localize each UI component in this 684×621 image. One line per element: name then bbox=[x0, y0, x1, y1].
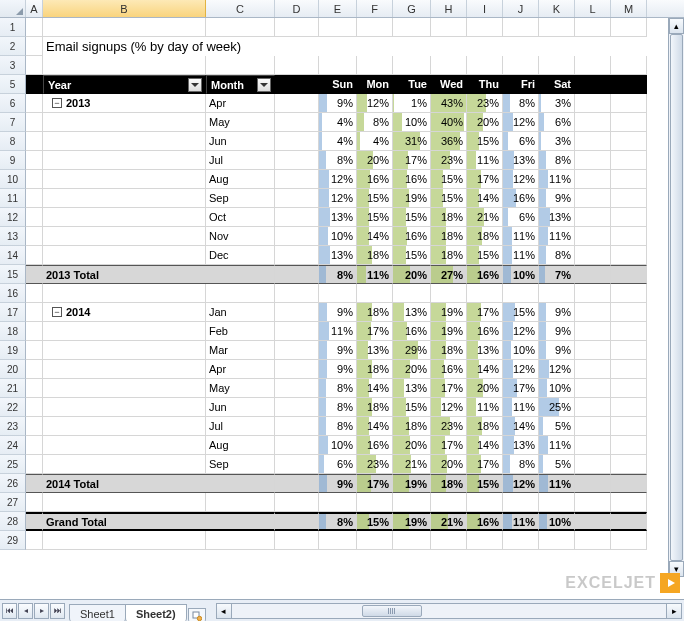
year-cell[interactable] bbox=[43, 132, 206, 151]
data-cell[interactable]: 12% bbox=[319, 170, 357, 189]
cell[interactable] bbox=[467, 56, 503, 75]
month-cell[interactable]: Aug bbox=[206, 170, 275, 189]
cell[interactable] bbox=[275, 512, 319, 531]
month-cell[interactable]: Jul bbox=[206, 151, 275, 170]
data-cell[interactable]: 15% bbox=[357, 208, 393, 227]
cell[interactable] bbox=[611, 151, 647, 170]
cell[interactable] bbox=[611, 208, 647, 227]
year-cell[interactable] bbox=[43, 398, 206, 417]
cell[interactable] bbox=[393, 531, 431, 550]
data-cell[interactable]: 12% bbox=[503, 360, 539, 379]
data-cell[interactable]: 18% bbox=[357, 360, 393, 379]
data-cell[interactable]: 3% bbox=[539, 132, 575, 151]
data-cell[interactable]: 17% bbox=[467, 303, 503, 322]
cell[interactable] bbox=[575, 436, 611, 455]
cell[interactable] bbox=[26, 512, 43, 531]
cell[interactable] bbox=[275, 132, 319, 151]
data-cell[interactable]: 17% bbox=[467, 455, 503, 474]
cell[interactable] bbox=[275, 151, 319, 170]
month-cell[interactable]: May bbox=[206, 379, 275, 398]
data-cell[interactable]: 20% bbox=[467, 113, 503, 132]
cell[interactable] bbox=[575, 455, 611, 474]
cell[interactable] bbox=[431, 18, 467, 37]
cell[interactable] bbox=[26, 170, 43, 189]
year-cell[interactable] bbox=[43, 151, 206, 170]
vscroll-track[interactable] bbox=[669, 34, 684, 561]
cell[interactable] bbox=[26, 531, 43, 550]
cell[interactable] bbox=[26, 56, 43, 75]
column-header-H[interactable]: H bbox=[431, 0, 467, 17]
subtotal-cell[interactable]: 19% bbox=[393, 474, 431, 493]
row-header-2[interactable]: 2 bbox=[0, 37, 26, 56]
data-cell[interactable]: 12% bbox=[503, 322, 539, 341]
data-cell[interactable]: 1% bbox=[393, 94, 431, 113]
row-header-18[interactable]: 18 bbox=[0, 322, 26, 341]
cell[interactable] bbox=[26, 455, 43, 474]
cell[interactable] bbox=[206, 284, 275, 303]
data-cell[interactable]: 15% bbox=[467, 132, 503, 151]
data-cell[interactable]: 13% bbox=[467, 341, 503, 360]
cell[interactable] bbox=[26, 474, 43, 493]
cell[interactable] bbox=[26, 322, 43, 341]
year-cell[interactable]: −2014 bbox=[43, 303, 206, 322]
data-cell[interactable]: 8% bbox=[503, 94, 539, 113]
cell[interactable] bbox=[611, 284, 647, 303]
cell[interactable] bbox=[275, 56, 319, 75]
row-header-1[interactable]: 1 bbox=[0, 18, 26, 37]
cell[interactable] bbox=[575, 227, 611, 246]
month-cell[interactable]: Jan bbox=[206, 303, 275, 322]
data-cell[interactable]: 14% bbox=[357, 417, 393, 436]
cell[interactable] bbox=[26, 18, 43, 37]
year-cell[interactable]: −2013 bbox=[43, 94, 206, 113]
cell[interactable] bbox=[275, 94, 319, 113]
grand-total-cell[interactable]: 11% bbox=[503, 512, 539, 531]
cell[interactable] bbox=[467, 493, 503, 512]
cell[interactable] bbox=[575, 379, 611, 398]
data-cell[interactable]: 15% bbox=[503, 303, 539, 322]
data-cell[interactable]: 10% bbox=[319, 227, 357, 246]
month-cell[interactable]: Aug bbox=[206, 436, 275, 455]
cell[interactable] bbox=[611, 360, 647, 379]
cell[interactable] bbox=[575, 417, 611, 436]
data-cell[interactable]: 17% bbox=[431, 436, 467, 455]
data-cell[interactable]: 18% bbox=[357, 303, 393, 322]
year-cell[interactable] bbox=[43, 113, 206, 132]
data-cell[interactable]: 17% bbox=[467, 170, 503, 189]
data-cell[interactable]: 12% bbox=[357, 94, 393, 113]
data-cell[interactable]: 23% bbox=[357, 455, 393, 474]
data-cell[interactable]: 29% bbox=[393, 341, 431, 360]
month-cell[interactable]: Sep bbox=[206, 189, 275, 208]
cell[interactable] bbox=[575, 265, 611, 284]
month-cell[interactable]: May bbox=[206, 113, 275, 132]
tab-nav-first[interactable]: ⏮ bbox=[2, 603, 17, 619]
grand-total-cell[interactable]: 19% bbox=[393, 512, 431, 531]
subtotal-cell[interactable]: 10% bbox=[503, 265, 539, 284]
cell[interactable] bbox=[431, 493, 467, 512]
cell[interactable] bbox=[575, 322, 611, 341]
cell[interactable] bbox=[357, 284, 393, 303]
row-header-17[interactable]: 17 bbox=[0, 303, 26, 322]
sheet-tab-sheet2[interactable]: Sheet2) bbox=[125, 604, 187, 621]
cell[interactable] bbox=[611, 531, 647, 550]
data-cell[interactable]: 11% bbox=[467, 151, 503, 170]
subtotal-cell[interactable]: 17% bbox=[357, 474, 393, 493]
data-cell[interactable]: 19% bbox=[431, 303, 467, 322]
data-cell[interactable]: 15% bbox=[431, 170, 467, 189]
data-cell[interactable]: 6% bbox=[503, 208, 539, 227]
year-cell[interactable] bbox=[43, 417, 206, 436]
data-cell[interactable]: 16% bbox=[393, 170, 431, 189]
data-cell[interactable]: 4% bbox=[319, 113, 357, 132]
cell[interactable] bbox=[26, 227, 43, 246]
cell[interactable] bbox=[575, 512, 611, 531]
cell[interactable] bbox=[467, 531, 503, 550]
data-cell[interactable]: 14% bbox=[467, 189, 503, 208]
cell[interactable] bbox=[393, 56, 431, 75]
scroll-up-button[interactable]: ▴ bbox=[669, 18, 684, 34]
cell[interactable] bbox=[575, 303, 611, 322]
data-cell[interactable]: 14% bbox=[467, 436, 503, 455]
row-header-22[interactable]: 22 bbox=[0, 398, 26, 417]
cell[interactable] bbox=[611, 94, 647, 113]
cell[interactable] bbox=[611, 322, 647, 341]
cell[interactable] bbox=[319, 284, 357, 303]
sheet-tab-sheet1[interactable]: Sheet1 bbox=[69, 604, 126, 621]
